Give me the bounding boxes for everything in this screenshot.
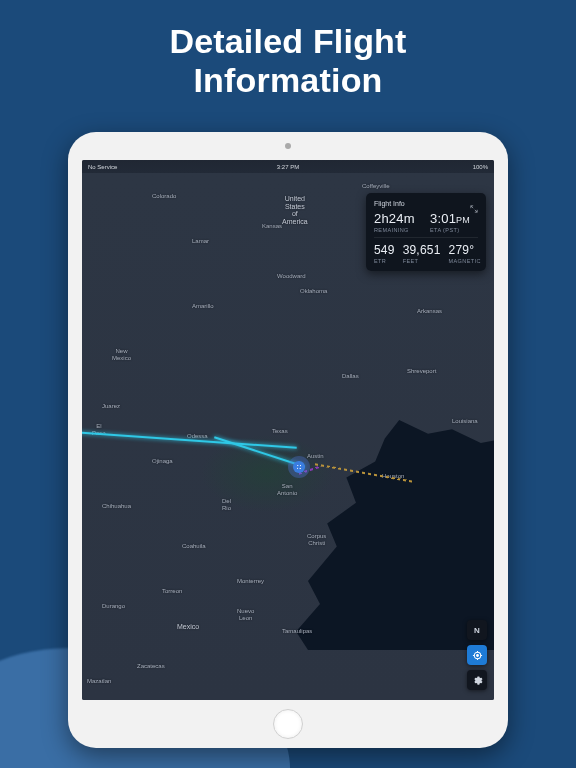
label-coffeyville: Coffeyville — [362, 183, 390, 190]
label-texas: Texas — [272, 428, 288, 435]
label-zacatecas: Zacatecas — [137, 663, 165, 670]
label-monterrey: Monterrey — [237, 578, 264, 585]
status-time: 3:27 PM — [277, 164, 299, 170]
remaining-value: 2h24m — [374, 211, 422, 226]
label-mexico: Mexico — [177, 623, 199, 631]
label-juarez: Juarez — [102, 403, 120, 410]
etr-value: 549 — [374, 243, 395, 257]
locate-button[interactable] — [467, 645, 487, 665]
label-newmexico: NewMexico — [112, 348, 131, 361]
eta-value: 3:01 — [430, 211, 456, 226]
altitude-value: 39,651 — [403, 243, 441, 257]
svg-point-1 — [476, 654, 478, 656]
label-tamaulipas: Tamaulipas — [282, 628, 312, 635]
label-amarillo: Amarillo — [192, 303, 214, 310]
north-button[interactable]: N — [467, 620, 487, 640]
status-battery: 100% — [473, 164, 488, 170]
label-shreveport: Shreveport — [407, 368, 436, 375]
heading-value: 279° — [449, 243, 481, 257]
label-mazatlan: Mazatlan — [87, 678, 111, 685]
remaining-label: REMAINING — [374, 227, 422, 233]
eta-ampm: PM — [456, 215, 470, 225]
label-louisiana: Louisiana — [452, 418, 478, 425]
tablet-frame: No Service 3:27 PM 100% UnitedStatesofAm… — [68, 132, 508, 748]
label-chihuahua: Chihuahua — [102, 503, 131, 510]
app-screen: No Service 3:27 PM 100% UnitedStatesofAm… — [82, 160, 494, 700]
label-lamar: Lamar — [192, 238, 209, 245]
plane-icon — [293, 461, 305, 473]
label-dallas: Dallas — [342, 373, 359, 380]
label-colorado: Colorado — [152, 193, 176, 200]
panel-title: Flight Info — [374, 200, 405, 207]
label-sanantonio: SanAntonio — [277, 483, 297, 496]
heading-label: MAGNETIC — [449, 258, 481, 264]
label-ojinaga: Ojinaga — [152, 458, 173, 465]
label-arkansas: Arkansas — [417, 308, 442, 315]
expand-icon[interactable] — [470, 199, 478, 207]
label-torreon: Torreon — [162, 588, 182, 595]
label-coahuila: Coahuila — [182, 543, 206, 550]
label-corpus: CorpusChristi — [307, 533, 326, 546]
etr-label: ETR — [374, 258, 395, 264]
map-view[interactable]: UnitedStatesofAmerica Colorado Kansas Ok… — [82, 173, 494, 700]
label-delrio: DelRio — [222, 498, 231, 511]
eta-label: ETA (PST) — [430, 227, 478, 233]
camera-dot — [285, 143, 291, 149]
settings-button[interactable] — [467, 670, 487, 690]
label-kansas: Kansas — [262, 223, 282, 230]
status-carrier: No Service — [88, 164, 117, 170]
page-title: Detailed FlightInformation — [0, 0, 576, 100]
home-button[interactable] — [273, 709, 303, 739]
flight-info-panel[interactable]: Flight Info 2h24m REMAINING — [366, 193, 486, 271]
label-oklahoma: Oklahoma — [300, 288, 327, 295]
status-bar: No Service 3:27 PM 100% — [82, 160, 494, 173]
label-nuevoleon: NuevoLeon — [237, 608, 254, 621]
label-usa: UnitedStatesofAmerica — [282, 195, 308, 226]
altitude-label: FEET — [403, 258, 441, 264]
label-austin: Austin — [307, 453, 324, 460]
aircraft-marker[interactable] — [288, 456, 310, 478]
label-durango: Durango — [102, 603, 125, 610]
label-woodward: Woodward — [277, 273, 306, 280]
map-controls: N — [467, 620, 487, 690]
